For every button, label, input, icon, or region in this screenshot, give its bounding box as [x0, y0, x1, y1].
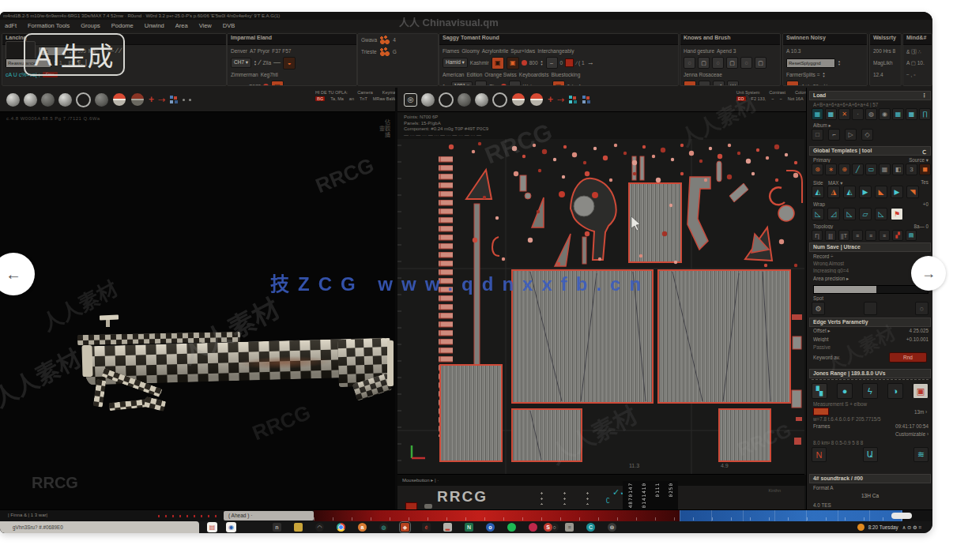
- toolbar-button[interactable]: ⊲1: [713, 81, 725, 86]
- sq-spiral-icon[interactable]: ◎: [404, 93, 417, 107]
- sidebar-section-header[interactable]: Load⋮: [809, 91, 931, 100]
- sidebar-icon[interactable]: ≡: [852, 230, 863, 241]
- uv-island-wedge[interactable]: [555, 234, 571, 266]
- red-dot-icon[interactable]: [263, 84, 269, 86]
- taskbar-app-icon[interactable]: o: [486, 523, 495, 532]
- menu-item[interactable]: View: [199, 22, 212, 29]
- sidebar-icon[interactable]: ⌐: [828, 129, 840, 141]
- ring-icon[interactable]: [76, 92, 91, 107]
- sphere-dim-icon[interactable]: [95, 93, 108, 107]
- sphere-icon[interactable]: [24, 93, 37, 107]
- menu-item[interactable]: Formation Tools: [28, 22, 70, 29]
- pokeball-dim-icon[interactable]: [130, 92, 145, 107]
- sidebar-icon[interactable]: ||T: [838, 230, 849, 241]
- sidebar-icon[interactable]: ◺: [812, 208, 824, 220]
- sidebar-section-header[interactable]: Edge Verts Parametly: [809, 318, 931, 327]
- pokeball-icon[interactable]: [529, 92, 544, 107]
- taskbar-app-icon[interactable]: ◠: [315, 523, 324, 532]
- sidebar-icon[interactable]: ▦: [812, 108, 823, 120]
- spinner-control[interactable]: ▲▼: [254, 60, 257, 66]
- sidebar-icon[interactable]: ●: [837, 383, 853, 399]
- paw-icon[interactable]: [379, 36, 390, 45]
- sidebar-icon[interactable]: ∗: [825, 163, 837, 175]
- tray-orange-icon[interactable]: [857, 524, 864, 531]
- toolbar-button[interactable]: ▢: [698, 57, 710, 69]
- spinner-control[interactable]: ▲▼: [838, 60, 841, 66]
- menu-item[interactable]: Area: [175, 22, 188, 29]
- toolbar-orange-button[interactable]: ▦: [552, 81, 565, 87]
- toolbar-orange-button[interactable]: ▣: [271, 81, 284, 87]
- sidebar-icon[interactable]: ◥: [906, 186, 919, 198]
- sidebar-icon[interactable]: ◣: [875, 186, 887, 198]
- viewport-3d[interactable]: +⇢ HI DE TU OPLA:CameraKeymanBGTa, MaanT…: [0, 88, 395, 509]
- red-square-icon[interactable]: [565, 58, 574, 67]
- uv-island-triangle[interactable]: [466, 170, 492, 199]
- dot-icon[interactable]: [183, 99, 185, 101]
- sphere-icon[interactable]: [6, 93, 20, 107]
- sidebar-icon[interactable]: ▦: [906, 108, 917, 120]
- toolbar-dropdown[interactable]: 1981 ▾: [451, 81, 473, 86]
- uv-island-rect[interactable]: [719, 409, 770, 461]
- taskbar-app-icon[interactable]: S: [544, 523, 552, 532]
- sidebar-icon[interactable]: ▦: [825, 108, 837, 120]
- toolbar-orange-button[interactable]: ▪: [786, 81, 799, 87]
- sidebar-icon[interactable]: ⊕: [838, 163, 850, 175]
- cluster-blue-icon[interactable]: [169, 95, 179, 104]
- sphere-dim-icon[interactable]: [41, 93, 55, 107]
- sidebar-section-header[interactable]: Num Save | Utrace: [809, 242, 931, 252]
- sphere-icon[interactable]: [421, 93, 435, 107]
- sphere-dim-icon[interactable]: [458, 93, 471, 107]
- sidebar-icon[interactable]: ◑: [887, 383, 903, 399]
- pokeball-icon[interactable]: [112, 92, 126, 107]
- toolbar-input[interactable]: ResetSplyggnd: [786, 58, 835, 68]
- timeline-scroll-thumb[interactable]: [891, 513, 912, 519]
- red-dot-icon[interactable]: [501, 84, 507, 86]
- uv-island-bracket[interactable]: [687, 177, 710, 250]
- taskbar-app-icon[interactable]: [507, 523, 516, 532]
- sidebar-icon[interactable]: ◿: [827, 208, 840, 220]
- menu-item[interactable]: Unwind: [145, 22, 164, 29]
- toolbar-button[interactable]: ‒: [546, 57, 558, 69]
- sidebar-section-header[interactable]: 4# soundtrack / #00: [809, 474, 931, 483]
- sidebar-icon[interactable]: Γ|: [812, 230, 823, 241]
- taskbar-app-icon[interactable]: a: [358, 523, 367, 532]
- uv-island-rect[interactable]: [440, 365, 502, 461]
- toolbar-button[interactable]: ▭: [509, 81, 521, 86]
- sidebar-icon[interactable]: ○: [915, 302, 929, 315]
- next-image-button[interactable]: →: [911, 256, 946, 291]
- menu-item[interactable]: adFt: [5, 22, 17, 29]
- sidebar-icon[interactable]: ϟ: [862, 383, 878, 399]
- toolbar-dropdown[interactable]: Hamid ▾: [443, 58, 468, 68]
- uv-canvas[interactable]: 11.34.9: [397, 139, 804, 474]
- sidebar-icon[interactable]: ▦: [892, 108, 904, 120]
- taskbar-app-icon[interactable]: ⊖: [608, 523, 616, 532]
- sidebar-icon[interactable]: ≡: [879, 230, 890, 241]
- sidebar-icon[interactable]: ▞: [892, 230, 903, 241]
- taskbar-app-icon[interactable]: [529, 523, 537, 532]
- taskbar-system-tray[interactable]: 8:20 Tuesday ∧ ⊙ ⚙ ⌗: [857, 521, 921, 533]
- dasharrow-icon[interactable]: ⇢: [158, 95, 165, 105]
- toolbar-button[interactable]: ◌: [684, 57, 695, 69]
- taskbar-app-icon[interactable]: é: [422, 523, 431, 532]
- red-badge[interactable]: [813, 408, 829, 415]
- dot-icon[interactable]: [189, 99, 191, 101]
- sidebar-icon[interactable]: ◭: [843, 186, 856, 198]
- sidebar-icon[interactable]: ◉: [879, 108, 891, 120]
- taskbar-app-icon[interactable]: ≡: [565, 523, 574, 532]
- taskbar-app-icon[interactable]: N: [465, 523, 473, 532]
- sidebar-icon[interactable]: ◍: [865, 108, 877, 120]
- uv-gray-chip[interactable]: [424, 504, 432, 509]
- sidebar-icon[interactable]: ▤: [906, 230, 917, 241]
- taskbar-app-icon[interactable]: [294, 523, 303, 532]
- red-dot-icon[interactable]: [522, 60, 527, 66]
- toolbar-orange-icon[interactable]: ▣: [507, 57, 519, 70]
- pokeball-icon[interactable]: [511, 92, 525, 107]
- sidebar-icon[interactable]: ◼: [919, 163, 931, 175]
- menu-item[interactable]: Groups: [81, 22, 100, 29]
- sidebar-section-header[interactable]: Global Templates | toolＣ: [809, 146, 931, 156]
- menu-item[interactable]: DVB: [223, 22, 235, 29]
- sidebar-icon[interactable]: ≋: [913, 447, 929, 462]
- toolbar-orange-button[interactable]: ▣: [492, 57, 504, 70]
- spinner-control[interactable]: ▲▼: [578, 84, 582, 87]
- toolbar-button[interactable]: ◌: [740, 57, 752, 69]
